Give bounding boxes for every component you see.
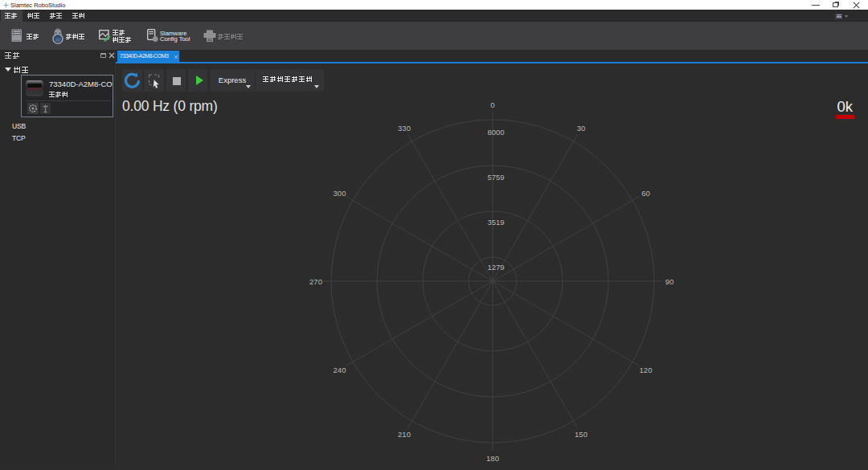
svg-text:30: 30 — [577, 124, 586, 133]
svg-text:0: 0 — [490, 100, 494, 109]
svg-text:3519: 3519 — [487, 218, 504, 227]
svg-text:330: 330 — [398, 124, 411, 133]
svg-text:1279: 1279 — [487, 263, 504, 272]
svg-text:180: 180 — [486, 454, 499, 463]
svg-text:210: 210 — [398, 430, 411, 439]
svg-text:120: 120 — [640, 366, 653, 374]
svg-text:270: 270 — [309, 277, 322, 286]
svg-text:90: 90 — [665, 277, 674, 286]
svg-text:240: 240 — [334, 366, 346, 374]
svg-text:5759: 5759 — [487, 173, 504, 182]
svg-text:8000: 8000 — [487, 128, 504, 137]
svg-text:150: 150 — [575, 430, 588, 439]
svg-text:300: 300 — [334, 189, 346, 198]
svg-text:60: 60 — [641, 189, 650, 198]
